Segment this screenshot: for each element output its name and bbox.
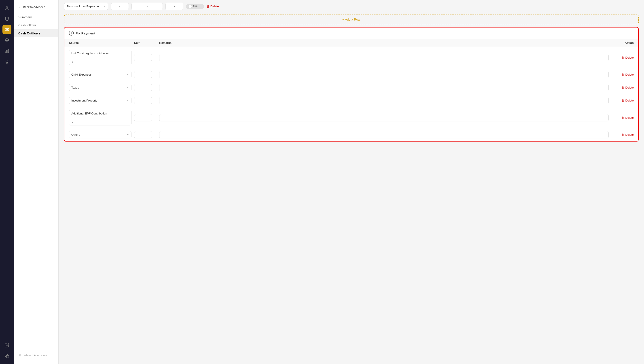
fix-payment-table-header: Source Self Remarks Action: [64, 39, 638, 47]
personal-loan-total-input[interactable]: [166, 3, 183, 10]
back-arrow-icon: ←: [18, 5, 21, 9]
unit-trust-delete-button[interactable]: 🗑 Delete: [622, 56, 634, 59]
investment-property-remarks-input[interactable]: [159, 97, 609, 104]
source-select-investment-property[interactable]: Investment Property ▼: [69, 97, 132, 104]
child-expenses-action-cell: 🗑 Delete: [611, 73, 634, 76]
epf-action-cell: 🗑 Delete: [611, 116, 634, 120]
others-remarks-input[interactable]: [159, 131, 609, 138]
trash-icon: 🗑: [622, 99, 624, 102]
nav-bottom: 🗑 Delete this advisee: [14, 350, 58, 360]
table-row: Additional EPF Contribution ▼ 🗑 Delete: [64, 107, 638, 128]
chevron-down-icon: ▼: [127, 134, 129, 136]
table-row: Taxes ▼ 🗑 Delete: [64, 81, 638, 94]
fix-payment-section: $ Fix Payment Source Self Remarks Action…: [64, 27, 639, 142]
personal-loan-delete-button[interactable]: 🗑 Delete: [206, 5, 219, 8]
child-expenses-delete-button[interactable]: 🗑 Delete: [622, 73, 634, 76]
unit-trust-self-input[interactable]: [134, 54, 152, 61]
header-action: Action: [611, 41, 634, 44]
sidebar: [0, 0, 14, 364]
chevron-down-icon: ▼: [71, 121, 129, 124]
nav-cash-inflows[interactable]: Cash Inflows: [14, 21, 58, 29]
personal-loan-row: Personal Loan Repayment ▼ N/A 🗑 Delete: [64, 0, 639, 13]
delete-advisee-button[interactable]: 🗑 Delete this advisee: [18, 354, 54, 357]
personal-loan-select[interactable]: Personal Loan Repayment ▼: [64, 3, 108, 10]
cash-icon[interactable]: [2, 25, 12, 34]
left-nav: ← Back to Advisees Summary Cash Inflows …: [14, 0, 58, 364]
chart-icon[interactable]: [2, 46, 12, 56]
investment-property-action-cell: 🗑 Delete: [611, 99, 634, 102]
svg-rect-7: [6, 356, 9, 358]
table-row: Unit Trust regular contribution ▼ 🗑 Dele…: [64, 47, 638, 68]
svg-rect-6: [8, 50, 8, 53]
header-self: Self: [134, 41, 156, 44]
svg-rect-4: [5, 51, 6, 53]
source-select-child-expenses[interactable]: Child Expenses ▼: [69, 71, 132, 78]
main-content: Personal Loan Repayment ▼ N/A 🗑 Delete +…: [58, 0, 644, 364]
person-icon[interactable]: [2, 4, 12, 12]
na-toggle[interactable]: N/A: [186, 4, 204, 9]
chevron-down-icon: ▼: [103, 5, 105, 8]
trash-icon: 🗑: [622, 116, 624, 120]
chevron-down-icon: ▼: [127, 86, 129, 89]
trash-icon: 🗑: [622, 56, 624, 59]
others-delete-button[interactable]: 🗑 Delete: [622, 133, 634, 136]
layers-icon[interactable]: [2, 36, 12, 45]
taxes-delete-button[interactable]: 🗑 Delete: [622, 86, 634, 89]
header-remarks: Remarks: [159, 41, 609, 44]
investment-property-delete-button[interactable]: 🗑 Delete: [622, 99, 634, 102]
add-row-button[interactable]: + Add a Row: [64, 14, 639, 24]
taxes-self-input[interactable]: [134, 84, 152, 91]
table-row: Child Expenses ▼ 🗑 Delete: [64, 68, 638, 81]
svg-rect-5: [6, 50, 7, 53]
back-to-advisees[interactable]: ← Back to Advisees: [14, 4, 58, 10]
source-select-others[interactable]: Others ▼: [69, 131, 132, 138]
personal-loan-remarks-input[interactable]: [132, 3, 163, 10]
taxes-action-cell: 🗑 Delete: [611, 86, 634, 89]
epf-self-input[interactable]: [134, 114, 152, 122]
investment-property-self-input[interactable]: [134, 97, 152, 104]
source-select-taxes[interactable]: Taxes ▼: [69, 84, 132, 91]
dollar-icon: $: [69, 31, 74, 36]
fix-payment-header: $ Fix Payment: [64, 28, 638, 39]
nav-summary[interactable]: Summary: [14, 13, 58, 21]
svg-point-0: [6, 6, 8, 8]
trash-icon: 🗑: [622, 73, 624, 76]
personal-loan-self-input[interactable]: [111, 3, 129, 10]
nav-cash-outflows[interactable]: Cash Outflows: [14, 29, 58, 37]
taxes-remarks-input[interactable]: [159, 84, 609, 91]
epf-remarks-input[interactable]: [159, 114, 609, 122]
chevron-down-icon: ▼: [71, 61, 129, 63]
table-row: Others ▼ 🗑 Delete: [64, 128, 638, 141]
shield-icon[interactable]: [2, 14, 12, 23]
unit-trust-remarks-input[interactable]: [159, 54, 609, 61]
edit-icon[interactable]: [2, 341, 12, 350]
chevron-down-icon: ▼: [127, 99, 129, 102]
svg-rect-1: [5, 28, 9, 31]
toggle-circle: [188, 5, 192, 8]
trash-icon: 🗑: [18, 354, 21, 357]
chevron-down-icon: ▼: [127, 73, 129, 76]
trash-icon: 🗑: [206, 5, 210, 8]
others-action-cell: 🗑 Delete: [611, 133, 634, 136]
lightbulb-icon[interactable]: [2, 57, 12, 66]
source-select-unit-trust[interactable]: Unit Trust regular contribution ▼: [69, 50, 132, 65]
source-select-epf[interactable]: Additional EPF Contribution ▼: [69, 110, 132, 126]
copy-icon[interactable]: [2, 352, 12, 360]
svg-point-2: [6, 29, 8, 30]
trash-icon: 🗑: [622, 86, 624, 89]
sidebar-bottom: [2, 341, 12, 360]
epf-delete-button[interactable]: 🗑 Delete: [622, 116, 634, 120]
unit-trust-action-cell: 🗑 Delete: [611, 56, 634, 59]
header-source: Source: [69, 41, 132, 44]
trash-icon: 🗑: [622, 133, 624, 136]
child-expenses-self-input[interactable]: [134, 71, 152, 78]
others-self-input[interactable]: [134, 131, 152, 138]
child-expenses-remarks-input[interactable]: [159, 71, 609, 78]
table-row: Investment Property ▼ 🗑 Delete: [64, 94, 638, 107]
